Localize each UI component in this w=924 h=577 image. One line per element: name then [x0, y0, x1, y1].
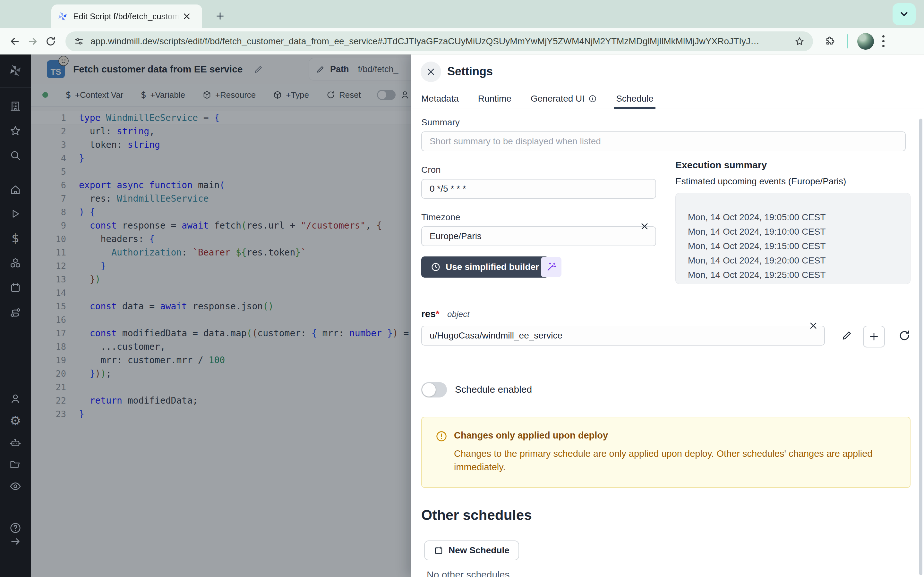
settings-tabs: Metadata Runtime Generated UI Schedule: [411, 89, 924, 108]
summary-label: Summary: [421, 117, 460, 127]
browser-tab[interactable]: Edit Script f/bd/fetch_customer_data: [51, 5, 202, 28]
edit-resource-pencil-icon[interactable]: [841, 330, 853, 341]
chrome-separator: [847, 34, 848, 48]
windmill-favicon-icon: [57, 11, 68, 22]
calendar-icon: [434, 546, 443, 555]
script-editor: TS Fetch customer data from EE service P…: [31, 55, 411, 577]
variables-dollar-icon[interactable]: $: [11, 232, 19, 244]
tab-generated-ui[interactable]: Generated UI: [531, 89, 597, 108]
execution-summary-title: Execution summary: [675, 160, 767, 171]
warning-title: Changes only applied upon deploy: [454, 430, 608, 441]
timezone-label: Timezone: [421, 212, 460, 222]
home-icon[interactable]: [10, 184, 21, 195]
event-item: Mon, 14 Oct 2024, 19:15:00 CEST: [688, 239, 910, 253]
collapse-arrow-icon[interactable]: [10, 536, 21, 547]
app-sidebar: $ ⚙: [0, 55, 31, 577]
settings-gear-icon[interactable]: ⚙: [10, 414, 21, 427]
panel-scrollbar[interactable]: [919, 119, 922, 575]
address-bar[interactable]: app.windmill.dev/scripts/edit/f/bd/fetch…: [65, 31, 813, 51]
settings-panel: Settings Metadata Runtime Generated UI S…: [411, 55, 924, 577]
tab-schedule[interactable]: Schedule: [616, 89, 654, 108]
new-tab-button[interactable]: [212, 8, 228, 24]
workers-robot-icon[interactable]: [9, 437, 21, 449]
back-button[interactable]: [6, 32, 24, 50]
cron-label: Cron: [421, 165, 441, 175]
search-icon[interactable]: [10, 150, 21, 161]
user-icon[interactable]: [10, 393, 21, 405]
other-schedules-title: Other schedules: [421, 507, 532, 523]
resources-cubes-icon[interactable]: [9, 257, 21, 269]
info-icon: [588, 95, 597, 103]
reload-button[interactable]: [42, 32, 60, 50]
cron-input[interactable]: [421, 179, 656, 199]
bookmark-star-icon[interactable]: [795, 36, 804, 47]
browser-urlbar-row: app.windmill.dev/scripts/edit/f/bd/fetch…: [0, 28, 924, 55]
tab-close-icon[interactable]: [180, 10, 193, 23]
audit-eye-icon[interactable]: [9, 480, 21, 492]
schedule-enabled-label: Schedule enabled: [455, 384, 532, 395]
runs-play-icon[interactable]: [10, 208, 21, 219]
tab-metadata[interactable]: Metadata: [421, 89, 459, 108]
clock-icon: [431, 262, 441, 272]
site-settings-icon[interactable]: [74, 36, 84, 47]
tab-title: Edit Script f/bd/fetch_customer_data: [73, 11, 179, 21]
sidebar-divider: [0, 87, 31, 87]
summary-input[interactable]: [421, 131, 906, 151]
warning-icon: [435, 430, 447, 442]
workspace-building-icon[interactable]: [10, 100, 21, 112]
clear-timezone-icon[interactable]: [640, 222, 649, 231]
event-item: Mon, 14 Oct 2024, 19:25:00 CEST: [688, 268, 910, 282]
folders-icon[interactable]: [9, 458, 21, 471]
use-simplified-builder-button[interactable]: Use simplified builder: [421, 256, 549, 277]
event-item: Mon, 14 Oct 2024, 19:05:00 CEST: [688, 210, 910, 224]
schedule-enabled-toggle[interactable]: [421, 382, 447, 398]
event-item: Mon, 14 Oct 2024, 19:10:00 CEST: [688, 224, 910, 239]
events-list: Mon, 14 Oct 2024, 19:05:00 CESTMon, 14 O…: [675, 193, 911, 284]
settings-title: Settings: [447, 65, 493, 78]
schedules-calendar-icon[interactable]: [10, 282, 21, 293]
extensions-icon[interactable]: [825, 36, 835, 47]
res-resource-input[interactable]: [421, 326, 825, 346]
profile-avatar[interactable]: [857, 33, 874, 50]
tab-runtime[interactable]: Runtime: [478, 89, 511, 108]
clear-res-icon[interactable]: [809, 321, 818, 330]
new-schedule-button[interactable]: New Schedule: [424, 540, 519, 560]
deploy-warning-box: Changes only applied upon deploy Changes…: [421, 417, 911, 488]
close-settings-button[interactable]: [421, 61, 441, 82]
forward-button[interactable]: [24, 32, 42, 50]
help-question-icon[interactable]: [9, 522, 21, 534]
window-chevron-button[interactable]: [893, 3, 916, 25]
warning-body: Changes to the primary schedule are only…: [454, 447, 890, 474]
res-field-label: res* object: [421, 308, 469, 319]
refresh-resource-icon[interactable]: [898, 330, 911, 342]
url-text[interactable]: app.windmill.dev/scripts/edit/f/bd/fetch…: [90, 36, 790, 47]
drawer-dim-overlay[interactable]: [31, 55, 411, 577]
favorites-star-icon[interactable]: [9, 125, 21, 137]
ai-wand-button[interactable]: [541, 257, 561, 277]
add-resource-plus-button[interactable]: [863, 326, 885, 348]
timezone-input[interactable]: [421, 226, 656, 246]
event-item: Mon, 14 Oct 2024, 19:20:00 CEST: [688, 253, 910, 268]
browser-menu-icon[interactable]: [882, 35, 885, 47]
sidebar-divider: [0, 171, 31, 171]
windmill-logo-icon: [8, 63, 23, 77]
execution-summary-subtitle: Estimated upcoming events (Europe/Paris): [675, 176, 846, 187]
browser-tabstrip: Edit Script f/bd/fetch_customer_data: [0, 0, 924, 28]
no-other-schedules-text: No other schedules: [427, 569, 510, 577]
flows-route-icon[interactable]: [9, 306, 21, 319]
